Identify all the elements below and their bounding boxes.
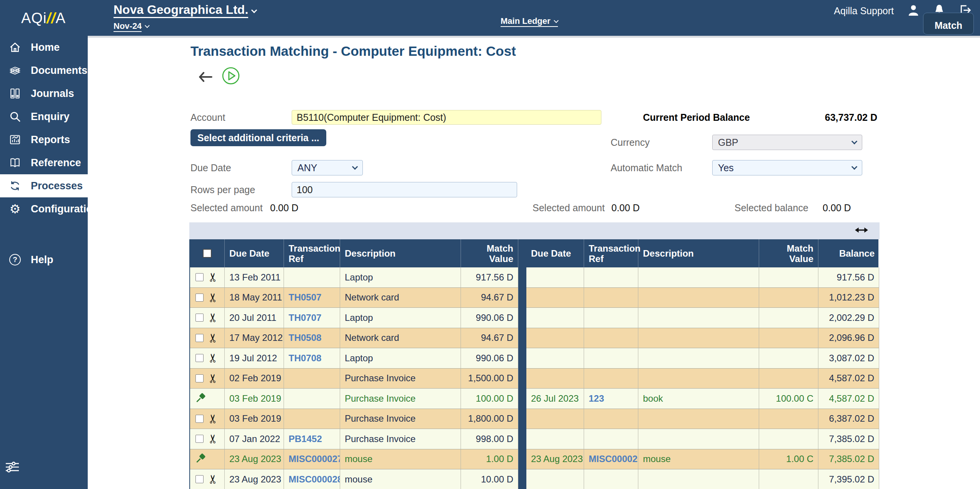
period-selector[interactable]: Nov-24 — [114, 18, 256, 32]
run-match-icon[interactable] — [222, 67, 240, 87]
back-arrow-icon[interactable] — [197, 70, 214, 85]
pin-icon[interactable] — [195, 392, 207, 406]
chevron-down-icon — [145, 23, 150, 28]
row-select-cell: ✂ — [190, 328, 225, 349]
matched-transaction-ref-link[interactable]: MISC000026 — [584, 449, 638, 470]
matched-description-cell — [638, 409, 759, 429]
transaction-ref-link[interactable]: MISC000028 — [284, 469, 340, 489]
scissors-icon[interactable]: ✂ — [209, 272, 217, 282]
transaction-ref-link[interactable] — [284, 267, 340, 288]
matched-match-value-cell — [759, 328, 818, 349]
sidebar-item-help[interactable]: ? Help — [0, 248, 88, 271]
col-due-date[interactable]: Due Date — [225, 239, 284, 267]
due-date-cell: 18 May 2011 — [225, 288, 284, 308]
match-value-cell: 998.00 D — [461, 429, 518, 449]
matched-transaction-ref-link[interactable] — [584, 348, 638, 369]
automatic-match-select[interactable]: Yes — [712, 160, 862, 175]
matched-transaction-ref-link[interactable] — [584, 469, 638, 489]
matched-transaction-ref-link[interactable] — [584, 308, 638, 328]
sidebar-item-enquiry[interactable]: Enquiry — [0, 105, 88, 128]
row-checkbox[interactable] — [195, 354, 204, 362]
transaction-ref-link[interactable] — [284, 389, 340, 409]
matched-due-date-cell — [526, 409, 584, 429]
sidebar-item-configuration[interactable]: ⚙ Configuration — [0, 197, 88, 220]
balance-cell: 7,385.02 D — [818, 449, 879, 470]
col-due-date-2[interactable]: Due Date — [526, 239, 584, 267]
row-checkbox[interactable] — [195, 334, 204, 342]
row-checkbox[interactable] — [195, 415, 204, 423]
match-value-cell: 1,500.00 D — [461, 369, 518, 389]
match-button[interactable]: Match — [923, 13, 974, 35]
matched-transaction-ref-link[interactable] — [584, 409, 638, 429]
select-additional-criteria-button[interactable]: Select additional criteria ... — [190, 129, 326, 146]
matched-transaction-ref-link[interactable] — [584, 369, 638, 389]
transaction-ref-link[interactable] — [284, 409, 340, 429]
scissors-icon[interactable]: ✂ — [209, 474, 217, 484]
rows-per-page-input[interactable] — [292, 182, 517, 197]
selected-amount-label: Selected amount — [190, 202, 263, 214]
account-input[interactable] — [292, 110, 601, 125]
transaction-ref-link[interactable] — [284, 369, 340, 389]
scissors-icon[interactable]: ✂ — [209, 434, 217, 444]
matched-match-value-cell — [759, 429, 818, 449]
sidebar-item-documents[interactable]: Documents — [0, 59, 88, 82]
scissors-icon[interactable]: ✂ — [209, 292, 217, 302]
transaction-ref-link[interactable]: TH0708 — [284, 348, 340, 369]
transaction-ref-link[interactable]: PB1452 — [284, 429, 340, 449]
row-select-cell: ✂ — [190, 429, 225, 449]
col-balance[interactable]: Balance — [818, 239, 879, 267]
filter-sliders-icon[interactable] — [5, 461, 20, 475]
scissors-icon[interactable]: ✂ — [209, 373, 217, 383]
ledger-selector[interactable]: Main Ledger — [501, 16, 558, 27]
sidebar-item-home[interactable]: Home — [0, 36, 88, 59]
col-match-value[interactable]: Match Value — [461, 239, 518, 267]
matched-match-value-cell — [759, 348, 818, 369]
transaction-ref-link[interactable]: TH0508 — [284, 328, 340, 349]
matched-transaction-ref-link[interactable] — [584, 267, 638, 288]
row-checkbox[interactable] — [195, 273, 204, 281]
expand-columns-icon[interactable] — [854, 225, 869, 237]
company-selector[interactable]: Nova Geographica Ltd. — [114, 2, 256, 18]
due-date-cell: 07 Jan 2022 — [225, 429, 284, 449]
col-transaction-ref-2[interactable]: Transaction Ref — [584, 239, 638, 267]
row-checkbox[interactable] — [195, 435, 204, 443]
currency-select[interactable]: GBP — [712, 135, 862, 150]
matched-transaction-ref-link[interactable] — [584, 429, 638, 449]
row-checkbox[interactable] — [195, 314, 204, 322]
matched-due-date-cell — [526, 429, 584, 449]
col-description-2[interactable]: Description — [638, 239, 759, 267]
col-match-value-2[interactable]: Match Value — [759, 239, 818, 267]
transaction-ref-link[interactable]: TH0507 — [284, 288, 340, 308]
sidebar-item-reports[interactable]: Reports — [0, 128, 88, 151]
scissors-icon[interactable]: ✂ — [209, 414, 217, 424]
sidebar-item-reference[interactable]: Reference — [0, 151, 88, 174]
user-icon[interactable] — [907, 4, 920, 18]
sidebar-item-journals[interactable]: Journals — [0, 82, 88, 105]
matched-transaction-ref-link[interactable]: 123 — [584, 389, 638, 409]
col-description[interactable]: Description — [340, 239, 461, 267]
select-all-checkbox[interactable] — [203, 249, 212, 258]
table-divider — [518, 469, 526, 489]
sidebar-item-processes[interactable]: Processes — [0, 174, 88, 197]
matched-transaction-ref-link[interactable] — [584, 328, 638, 349]
matched-description-cell — [638, 267, 759, 288]
due-date-select[interactable]: ANY — [292, 160, 363, 175]
row-select-cell: ✂ — [190, 409, 225, 429]
row-checkbox[interactable] — [195, 294, 204, 302]
scissors-icon[interactable]: ✂ — [209, 353, 217, 363]
col-transaction-ref[interactable]: Transaction Ref — [284, 239, 340, 267]
pin-icon[interactable] — [195, 452, 207, 466]
transaction-ref-link[interactable]: MISC000027 — [284, 449, 340, 470]
matched-description-cell — [638, 369, 759, 389]
matched-match-value-cell: 100.00 C — [759, 389, 818, 409]
scissors-icon[interactable]: ✂ — [209, 313, 217, 323]
rows-per-page-label: Rows per page — [190, 184, 255, 195]
matched-due-date-cell — [526, 369, 584, 389]
row-checkbox[interactable] — [195, 374, 204, 382]
transaction-ref-link[interactable]: TH0707 — [284, 308, 340, 328]
row-checkbox[interactable] — [195, 475, 204, 483]
description-cell: Network card — [340, 288, 461, 308]
matched-transaction-ref-link[interactable] — [584, 288, 638, 308]
scissors-icon[interactable]: ✂ — [209, 333, 217, 343]
match-value-cell: 917.56 D — [461, 267, 518, 288]
